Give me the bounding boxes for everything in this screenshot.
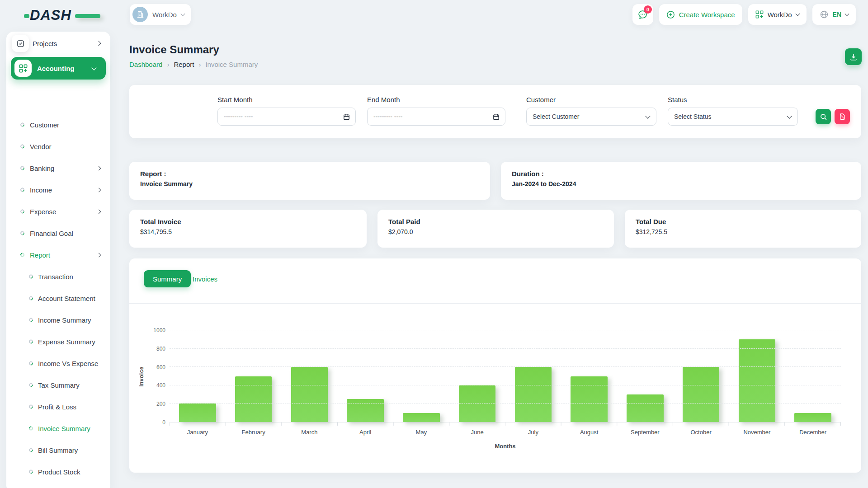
topbar: DASH WorkDo 0 Create Workspace	[0, 0, 868, 30]
sidebar-item-label: Bill Summary	[38, 446, 78, 454]
x-tick-label: June	[449, 429, 505, 436]
logo-text: DASH	[30, 7, 71, 23]
language-menu-button[interactable]: EN	[812, 4, 856, 25]
workspace-menu-button[interactable]: WorkDo	[748, 4, 807, 25]
status-select[interactable]: Select Status	[668, 108, 798, 126]
bar-january[interactable]	[179, 404, 216, 422]
bullet-icon	[19, 165, 25, 171]
sidebar-item-label: Expense Summary	[38, 338, 95, 346]
create-workspace-button[interactable]: Create Workspace	[659, 4, 742, 25]
bar-april[interactable]	[347, 399, 384, 422]
chart-tabs: Summary Invoices	[129, 258, 861, 304]
messages-button[interactable]: 0	[632, 4, 653, 25]
breadcrumb-report-link[interactable]: Report	[174, 61, 194, 68]
chart-x-ticks	[170, 422, 841, 426]
total-due-label: Total Due	[636, 218, 850, 225]
logo-accent-dot	[24, 14, 29, 18]
bullet-icon	[28, 296, 34, 301]
sidebar-item-vendor[interactable]: Vendor	[6, 136, 110, 157]
apply-filter-button[interactable]	[816, 109, 831, 124]
x-tick-label: January	[170, 429, 226, 436]
bar-slot	[729, 330, 785, 422]
bar-slot	[282, 330, 338, 422]
bar-slot	[505, 330, 561, 422]
sidebar-item-bill-summary[interactable]: Bill Summary	[6, 439, 110, 461]
total-paid-value: $2,070.0	[388, 228, 603, 235]
sidebar-item-customer[interactable]: Customer	[6, 114, 110, 136]
sidebar-item-label: Account Statement	[38, 295, 95, 302]
bar-may[interactable]	[403, 413, 440, 422]
sidebar-item-label: Product Stock	[38, 468, 80, 476]
bar-slot	[617, 330, 673, 422]
duration-label: Duration :	[512, 170, 850, 178]
sidebar-item-expense-summary[interactable]: Expense Summary	[6, 331, 110, 352]
workspace-switcher-label: WorkDo	[152, 11, 177, 19]
bar-august[interactable]	[571, 376, 608, 422]
breadcrumb-dashboard-link[interactable]: Dashboard	[129, 61, 162, 68]
sidebar-item-label: Report	[30, 251, 50, 259]
create-workspace-label: Create Workspace	[679, 11, 735, 19]
sidebar-item-label: Customer	[30, 121, 59, 129]
sidebar-item-financial-goal[interactable]: Financial Goal	[6, 222, 110, 244]
sidebar-item-income-summary[interactable]: Income Summary	[6, 309, 110, 331]
sidebar-item-income-vs-expense[interactable]: Income Vs Expense	[6, 352, 110, 374]
workspace-switcher[interactable]: WorkDo	[130, 4, 191, 25]
start-month-value[interactable]	[224, 113, 338, 120]
bar-slot	[226, 330, 282, 422]
bar-march[interactable]	[291, 367, 328, 422]
bar-november[interactable]	[739, 339, 776, 422]
dash-logo: DASH	[30, 7, 89, 23]
sidebar-item-account-statement[interactable]: Account Statement	[6, 287, 110, 309]
sidebar-item-accounting[interactable]: Accounting	[11, 57, 106, 80]
total-due-card: Total Due $312,725.5	[625, 210, 861, 248]
sidebar-item-banking[interactable]: Banking	[6, 157, 110, 179]
tab-invoices[interactable]: Invoices	[193, 270, 217, 287]
sidebar-item-profit-loss[interactable]: Profit & Loss	[6, 396, 110, 418]
sidebar-item-invoice-summary[interactable]: Invoice Summary	[6, 418, 110, 439]
sidebar-item-projects[interactable]: Projects	[6, 32, 110, 55]
x-tick-label: November	[729, 429, 785, 436]
checkbox-icon	[12, 35, 29, 52]
sidebar-item-tax-summary[interactable]: Tax Summary	[6, 374, 110, 396]
sidebar-item-label: Financial Goal	[30, 230, 73, 237]
sidebar-item-income[interactable]: Income	[6, 179, 110, 201]
duration-info-card: Duration : Jan-2024 to Dec-2024	[501, 162, 861, 200]
sidebar-item-expense[interactable]: Expense	[6, 201, 110, 222]
total-due-value: $312,725.5	[636, 228, 850, 235]
sidebar-item-cash-flow[interactable]: Cash Flow	[6, 483, 110, 488]
chart-y-axis: 02004006008001000	[129, 330, 165, 422]
bullet-icon	[19, 122, 25, 128]
sidebar-item-report[interactable]: Report	[6, 244, 110, 266]
total-paid-card: Total Paid $2,070.0	[377, 210, 614, 248]
search-icon	[820, 113, 827, 121]
start-month-input[interactable]	[217, 108, 356, 126]
download-button[interactable]	[845, 48, 862, 65]
workspace-avatar	[132, 7, 148, 22]
end-month-input[interactable]	[367, 108, 505, 126]
logo-accent-bar	[75, 14, 100, 18]
tab-summary[interactable]: Summary	[144, 270, 191, 287]
reset-filter-button[interactable]	[835, 109, 850, 124]
customer-select[interactable]: Select Customer	[526, 108, 656, 126]
breadcrumb: Dashboard › Report › Invoice Summary	[129, 61, 258, 68]
bullet-icon	[28, 404, 34, 410]
bar-slot	[170, 330, 226, 422]
bar-september[interactable]	[627, 394, 664, 422]
report-info-card: Report : Invoice Summary	[129, 162, 490, 200]
chevron-separator: ›	[167, 61, 169, 68]
bar-june[interactable]	[459, 385, 496, 422]
sidebar-item-transaction[interactable]: Transaction	[6, 266, 110, 287]
bar-july[interactable]	[515, 367, 552, 422]
bar-february[interactable]	[235, 376, 272, 422]
end-month-value[interactable]	[373, 113, 488, 120]
reset-icon	[839, 113, 846, 120]
app: { "colors": { "primary": "#17a35c", "dan…	[0, 0, 868, 488]
bar-december[interactable]	[794, 413, 831, 422]
bullet-icon	[28, 317, 34, 323]
chevron-right-icon	[97, 253, 101, 257]
chart-x-axis: JanuaryFebruaryMarchAprilMayJuneJulyAugu…	[170, 429, 841, 436]
bar-october[interactable]	[683, 367, 720, 422]
sidebar-item-label: Invoice Summary	[38, 425, 90, 432]
sidebar-item-product-stock[interactable]: Product Stock	[6, 461, 110, 483]
y-tick-label: 600	[156, 364, 165, 371]
